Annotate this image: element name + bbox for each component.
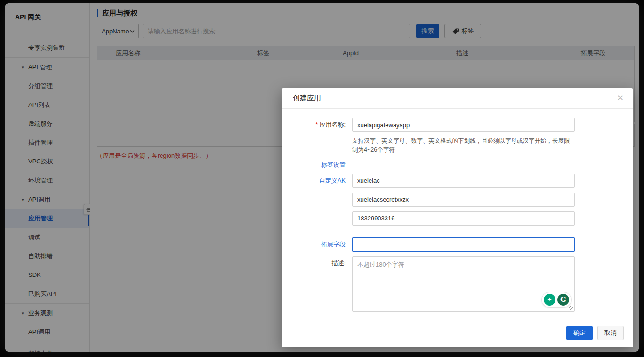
- modal-body: *应用名称: 支持汉字、英文字母、数字、英文格式的下划线，且必须以字母或汉字开始…: [282, 109, 633, 312]
- create-app-modal: 创建应用 ✕ *应用名称: 支持汉字、英文字母、数字、英文格式的下划线，且必须以…: [282, 88, 633, 347]
- app-name-help-text: 支持汉字、英文字母、数字、英文格式的下划线，且必须以字母或汉字开始，长度限制为4…: [352, 137, 575, 155]
- field-row-tag-settings: 标签设置: [282, 162, 633, 168]
- description-textarea[interactable]: [352, 256, 575, 312]
- required-asterisk: *: [315, 121, 318, 128]
- confirm-button[interactable]: 确定: [566, 326, 593, 340]
- field-row-description: 描述: ✦ G: [282, 256, 633, 312]
- custom-ak-label[interactable]: 自定义AK: [282, 174, 346, 230]
- modal-header: 创建应用 ✕: [282, 88, 633, 109]
- app-name-label: *应用名称:: [282, 118, 346, 132]
- app-name-input[interactable]: [352, 118, 575, 132]
- custom-ak-extra-input[interactable]: [352, 211, 575, 226]
- grammarly-logo-icon[interactable]: G: [557, 294, 569, 306]
- grammarly-suggestion-icon[interactable]: ✦: [544, 294, 555, 306]
- extension-field-label[interactable]: 拓展字段: [282, 237, 346, 252]
- cancel-button[interactable]: 取消: [597, 326, 624, 340]
- field-row-app-name: *应用名称:: [282, 118, 633, 132]
- tag-settings-link[interactable]: 标签设置: [282, 162, 346, 168]
- description-label: 描述:: [282, 256, 346, 312]
- custom-ak-input[interactable]: [352, 174, 575, 188]
- close-icon[interactable]: ✕: [617, 93, 624, 103]
- field-row-extension: 拓展字段: [282, 237, 633, 252]
- textarea-resize-handle[interactable]: [569, 306, 573, 310]
- app-window: API 网关 专享实例集群 ▾API 管理 分组管理 API列表 后端服务 插件…: [5, 3, 639, 352]
- grammarly-widget: ✦ G: [541, 292, 572, 308]
- modal-title: 创建应用: [293, 94, 321, 103]
- custom-sk-input[interactable]: [352, 193, 575, 207]
- field-row-custom-ak: 自定义AK: [282, 174, 633, 230]
- modal-footer: 确定 取消: [566, 326, 624, 340]
- extension-field-input[interactable]: [352, 237, 575, 252]
